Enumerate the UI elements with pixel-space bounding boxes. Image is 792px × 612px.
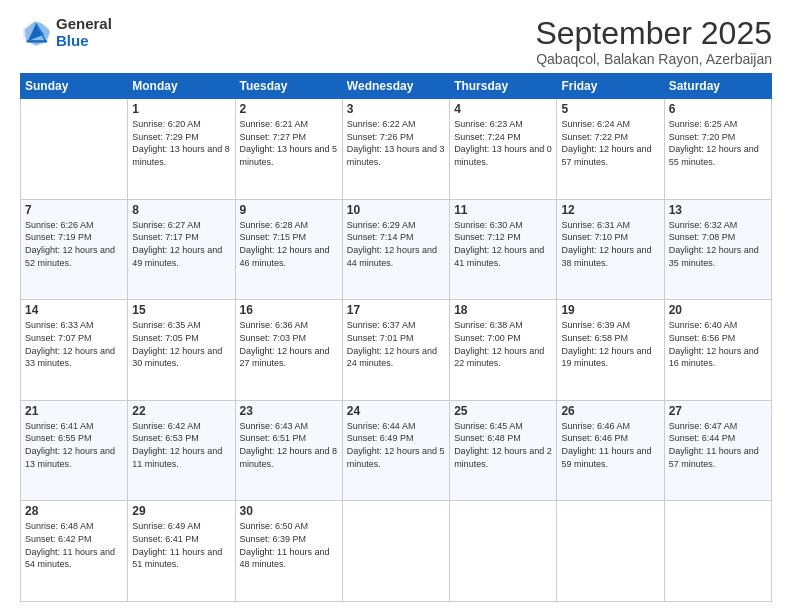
header-thursday: Thursday [450, 74, 557, 99]
sunrise-text: Sunrise: 6:46 AM [561, 420, 659, 433]
sunset-text: Sunset: 7:24 PM [454, 131, 552, 144]
sunrise-text: Sunrise: 6:44 AM [347, 420, 445, 433]
sunrise-text: Sunrise: 6:27 AM [132, 219, 230, 232]
sunrise-text: Sunrise: 6:29 AM [347, 219, 445, 232]
daylight-text: Daylight: 13 hours and 0 minutes. [454, 143, 552, 168]
day-number: 5 [561, 102, 659, 116]
header: General Blue September 2025 Qabaqcol, Ba… [20, 16, 772, 67]
sunset-text: Sunset: 7:19 PM [25, 231, 123, 244]
day-info: Sunrise: 6:39 AM Sunset: 6:58 PM Dayligh… [561, 319, 659, 369]
sunrise-text: Sunrise: 6:28 AM [240, 219, 338, 232]
daylight-text: Daylight: 12 hours and 5 minutes. [347, 445, 445, 470]
sunset-text: Sunset: 6:49 PM [347, 432, 445, 445]
daylight-text: Daylight: 11 hours and 57 minutes. [669, 445, 767, 470]
sunrise-text: Sunrise: 6:40 AM [669, 319, 767, 332]
calendar-cell: 15 Sunrise: 6:35 AM Sunset: 7:05 PM Dayl… [128, 300, 235, 401]
calendar-cell: 11 Sunrise: 6:30 AM Sunset: 7:12 PM Dayl… [450, 199, 557, 300]
sunset-text: Sunset: 7:03 PM [240, 332, 338, 345]
sunset-text: Sunset: 7:01 PM [347, 332, 445, 345]
calendar-cell: 14 Sunrise: 6:33 AM Sunset: 7:07 PM Dayl… [21, 300, 128, 401]
day-info: Sunrise: 6:46 AM Sunset: 6:46 PM Dayligh… [561, 420, 659, 470]
day-info: Sunrise: 6:40 AM Sunset: 6:56 PM Dayligh… [669, 319, 767, 369]
sunrise-text: Sunrise: 6:43 AM [240, 420, 338, 433]
header-monday: Monday [128, 74, 235, 99]
day-number: 28 [25, 504, 123, 518]
calendar-cell [450, 501, 557, 602]
logo-text: General Blue [56, 16, 112, 49]
day-number: 22 [132, 404, 230, 418]
sunset-text: Sunset: 7:05 PM [132, 332, 230, 345]
day-info: Sunrise: 6:36 AM Sunset: 7:03 PM Dayligh… [240, 319, 338, 369]
daylight-text: Daylight: 12 hours and 22 minutes. [454, 345, 552, 370]
daylight-text: Daylight: 12 hours and 57 minutes. [561, 143, 659, 168]
header-sunday: Sunday [21, 74, 128, 99]
day-info: Sunrise: 6:27 AM Sunset: 7:17 PM Dayligh… [132, 219, 230, 269]
calendar-cell: 25 Sunrise: 6:45 AM Sunset: 6:48 PM Dayl… [450, 400, 557, 501]
sunrise-text: Sunrise: 6:41 AM [25, 420, 123, 433]
daylight-text: Daylight: 12 hours and 13 minutes. [25, 445, 123, 470]
sunrise-text: Sunrise: 6:45 AM [454, 420, 552, 433]
daylight-text: Daylight: 13 hours and 3 minutes. [347, 143, 445, 168]
day-info: Sunrise: 6:24 AM Sunset: 7:22 PM Dayligh… [561, 118, 659, 168]
sunrise-text: Sunrise: 6:30 AM [454, 219, 552, 232]
daylight-text: Daylight: 13 hours and 8 minutes. [132, 143, 230, 168]
sunrise-text: Sunrise: 6:20 AM [132, 118, 230, 131]
sunrise-text: Sunrise: 6:36 AM [240, 319, 338, 332]
sunrise-text: Sunrise: 6:31 AM [561, 219, 659, 232]
calendar-cell: 19 Sunrise: 6:39 AM Sunset: 6:58 PM Dayl… [557, 300, 664, 401]
day-info: Sunrise: 6:22 AM Sunset: 7:26 PM Dayligh… [347, 118, 445, 168]
sunset-text: Sunset: 7:07 PM [25, 332, 123, 345]
day-number: 25 [454, 404, 552, 418]
weekday-header-row: Sunday Monday Tuesday Wednesday Thursday… [21, 74, 772, 99]
sunset-text: Sunset: 6:39 PM [240, 533, 338, 546]
sunset-text: Sunset: 6:56 PM [669, 332, 767, 345]
daylight-text: Daylight: 12 hours and 49 minutes. [132, 244, 230, 269]
title-block: September 2025 Qabaqcol, Balakan Rayon, … [535, 16, 772, 67]
sunset-text: Sunset: 7:29 PM [132, 131, 230, 144]
sunset-text: Sunset: 6:46 PM [561, 432, 659, 445]
day-number: 13 [669, 203, 767, 217]
daylight-text: Daylight: 12 hours and 16 minutes. [669, 345, 767, 370]
day-info: Sunrise: 6:30 AM Sunset: 7:12 PM Dayligh… [454, 219, 552, 269]
svg-rect-3 [26, 40, 47, 42]
day-number: 20 [669, 303, 767, 317]
sunrise-text: Sunrise: 6:38 AM [454, 319, 552, 332]
calendar-cell: 20 Sunrise: 6:40 AM Sunset: 6:56 PM Dayl… [664, 300, 771, 401]
sunset-text: Sunset: 7:27 PM [240, 131, 338, 144]
day-info: Sunrise: 6:25 AM Sunset: 7:20 PM Dayligh… [669, 118, 767, 168]
day-number: 6 [669, 102, 767, 116]
day-number: 17 [347, 303, 445, 317]
day-number: 11 [454, 203, 552, 217]
day-number: 15 [132, 303, 230, 317]
sunset-text: Sunset: 7:20 PM [669, 131, 767, 144]
sunrise-text: Sunrise: 6:37 AM [347, 319, 445, 332]
daylight-text: Daylight: 11 hours and 54 minutes. [25, 546, 123, 571]
main-title: September 2025 [535, 16, 772, 51]
sunset-text: Sunset: 7:14 PM [347, 231, 445, 244]
day-info: Sunrise: 6:37 AM Sunset: 7:01 PM Dayligh… [347, 319, 445, 369]
daylight-text: Daylight: 12 hours and 52 minutes. [25, 244, 123, 269]
day-number: 21 [25, 404, 123, 418]
logo-blue: Blue [56, 33, 112, 50]
day-number: 19 [561, 303, 659, 317]
daylight-text: Daylight: 13 hours and 5 minutes. [240, 143, 338, 168]
calendar-cell: 6 Sunrise: 6:25 AM Sunset: 7:20 PM Dayli… [664, 99, 771, 200]
day-info: Sunrise: 6:50 AM Sunset: 6:39 PM Dayligh… [240, 520, 338, 570]
calendar-cell: 8 Sunrise: 6:27 AM Sunset: 7:17 PM Dayli… [128, 199, 235, 300]
calendar-cell: 4 Sunrise: 6:23 AM Sunset: 7:24 PM Dayli… [450, 99, 557, 200]
calendar-cell: 2 Sunrise: 6:21 AM Sunset: 7:27 PM Dayli… [235, 99, 342, 200]
sunrise-text: Sunrise: 6:33 AM [25, 319, 123, 332]
header-friday: Friday [557, 74, 664, 99]
sunset-text: Sunset: 7:15 PM [240, 231, 338, 244]
day-number: 2 [240, 102, 338, 116]
daylight-text: Daylight: 12 hours and 24 minutes. [347, 345, 445, 370]
day-number: 30 [240, 504, 338, 518]
sunrise-text: Sunrise: 6:25 AM [669, 118, 767, 131]
daylight-text: Daylight: 12 hours and 2 minutes. [454, 445, 552, 470]
daylight-text: Daylight: 11 hours and 51 minutes. [132, 546, 230, 571]
calendar-cell: 29 Sunrise: 6:49 AM Sunset: 6:41 PM Dayl… [128, 501, 235, 602]
day-info: Sunrise: 6:31 AM Sunset: 7:10 PM Dayligh… [561, 219, 659, 269]
calendar-cell: 1 Sunrise: 6:20 AM Sunset: 7:29 PM Dayli… [128, 99, 235, 200]
sunset-text: Sunset: 6:48 PM [454, 432, 552, 445]
day-number: 23 [240, 404, 338, 418]
